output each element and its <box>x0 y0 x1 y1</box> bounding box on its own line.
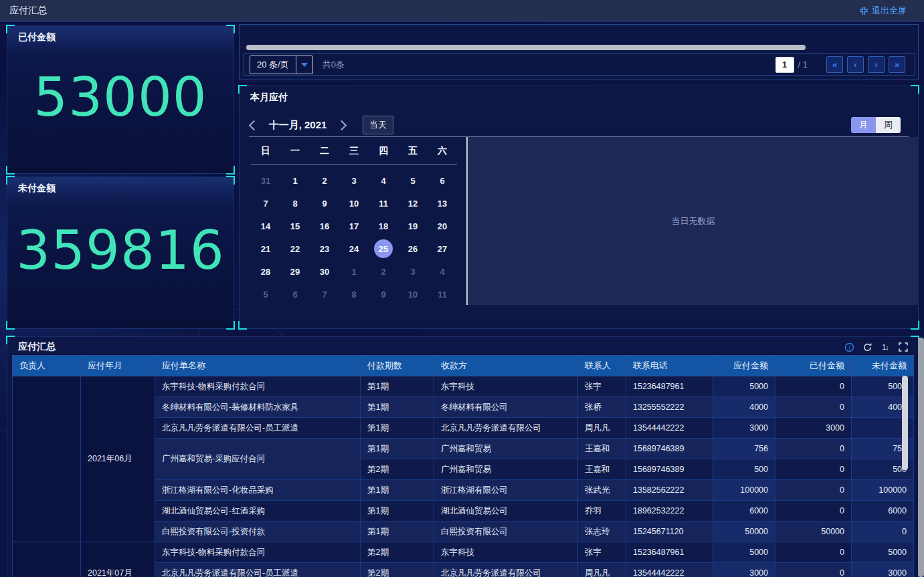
calendar-day[interactable]: 26 <box>398 237 428 260</box>
payable-amount-cell: 756 <box>713 439 775 459</box>
monthly-payable-panel: 本月应付 十一月, 2021 当天 月 周 日一二三四五六 3112345678… <box>239 86 919 329</box>
calendar-day[interactable]: 4 <box>369 169 398 192</box>
first-page-button[interactable]: « <box>826 56 843 73</box>
calendar-day[interactable]: 11 <box>369 192 398 215</box>
table-row[interactable]: 2021年06月东宇科技-物料采购付款合同第1期东宇科技张宇1523648796… <box>13 376 914 397</box>
calendar-day[interactable]: 9 <box>369 283 398 306</box>
calendar-day[interactable]: 27 <box>428 237 457 260</box>
column-header[interactable]: 应付年月 <box>81 356 155 376</box>
month-cell: 2021年07月 <box>81 542 155 577</box>
info-icon[interactable]: i <box>844 342 854 352</box>
calendar-day[interactable]: 24 <box>339 237 369 260</box>
calendar-day[interactable]: 17 <box>339 215 369 237</box>
calendar-day[interactable]: 4 <box>428 260 457 283</box>
column-header[interactable]: 应付单名称 <box>155 356 361 376</box>
calendar-day-number: 7 <box>315 285 334 304</box>
order-name-cell: 冬绅材料有限公司-装修材料防水家具 <box>155 397 361 418</box>
fullscreen-icon[interactable] <box>898 342 909 352</box>
paid-amount-cell: 0 <box>775 376 852 397</box>
calendar-day[interactable]: 3 <box>339 169 369 192</box>
calendar-day[interactable]: 30 <box>310 260 339 283</box>
prev-page-button[interactable]: ‹ <box>847 56 864 73</box>
calendar-day[interactable]: 19 <box>398 215 428 237</box>
table-row[interactable]: 2021年07月东宇科技-物料采购付款合同第2期东宇科技张宇1523648796… <box>13 542 914 563</box>
calendar-day-number: 3 <box>403 262 422 281</box>
calendar-day[interactable]: 8 <box>280 192 310 215</box>
period-cell: 第2期 <box>361 459 434 480</box>
sort-glyph: 1↓ <box>882 343 889 351</box>
calendar-day[interactable]: 3 <box>398 260 428 283</box>
column-header[interactable]: 负责人 <box>13 356 81 376</box>
toggle-month[interactable]: 月 <box>851 117 876 133</box>
horizontal-scrollbar-thumb[interactable] <box>246 45 806 50</box>
weekday-label: 一 <box>280 142 310 160</box>
calendar-day[interactable]: 12 <box>398 192 428 215</box>
calendar-day[interactable]: 8 <box>339 283 369 306</box>
owner-cell <box>13 542 81 577</box>
calendar-day[interactable]: 6 <box>428 169 457 192</box>
prev-month-icon[interactable] <box>249 120 260 130</box>
sort-icon[interactable]: 1↓ <box>880 342 891 352</box>
calendar-day[interactable]: 2 <box>369 260 398 283</box>
order-name-cell: 浙江格湖有限公司-化妆品采购 <box>155 480 361 501</box>
next-month-icon[interactable] <box>337 120 347 130</box>
calendar-day[interactable]: 1 <box>339 260 369 283</box>
calendar-day[interactable]: 2 <box>310 169 339 192</box>
period-cell: 第1期 <box>361 501 434 522</box>
table-scrollbar-thumb[interactable] <box>902 376 908 470</box>
column-header[interactable]: 联系人 <box>578 356 626 376</box>
calendar-day[interactable]: 15 <box>280 215 310 237</box>
calendar-day-number: 9 <box>374 285 393 304</box>
calendar-day[interactable]: 23 <box>310 237 339 260</box>
calendar-nav: 十一月, 2021 当天 <box>250 116 393 134</box>
column-header[interactable]: 未付金额 <box>852 356 914 376</box>
calendar-day[interactable]: 28 <box>251 260 280 283</box>
exit-fullscreen-button[interactable]: 退出全屏 <box>859 0 907 21</box>
today-button[interactable]: 当天 <box>363 116 393 134</box>
weekday-label: 日 <box>251 142 280 160</box>
last-page-button[interactable]: » <box>889 56 905 73</box>
calendar-day[interactable]: 25 <box>369 237 398 260</box>
calendar-day[interactable]: 20 <box>428 215 457 237</box>
column-header[interactable]: 付款期数 <box>361 356 434 376</box>
next-page-button[interactable]: › <box>868 56 885 73</box>
calendar-day[interactable]: 7 <box>251 192 280 215</box>
contact-cell: 乔羽 <box>578 501 626 522</box>
calendar-day[interactable]: 29 <box>280 260 310 283</box>
calendar-day[interactable]: 14 <box>251 215 280 237</box>
paid-amount-cell: 0 <box>775 542 852 563</box>
calendar-day[interactable]: 7 <box>310 283 339 306</box>
calendar-day-number: 22 <box>286 239 304 258</box>
calendar-day[interactable]: 5 <box>251 283 280 306</box>
calendar-day[interactable]: 9 <box>310 192 339 215</box>
column-header[interactable]: 联系电话 <box>626 356 713 376</box>
calendar-day[interactable]: 6 <box>280 283 310 306</box>
column-header[interactable]: 应付金额 <box>713 356 775 376</box>
calendar-day[interactable]: 13 <box>428 192 457 215</box>
page-number-input[interactable] <box>775 57 794 73</box>
unpaid-amount-value: 359816 <box>7 219 234 281</box>
toggle-week[interactable]: 周 <box>876 117 901 133</box>
calendar-day[interactable]: 31 <box>251 169 280 192</box>
page-size-select[interactable]: 20 条/页 <box>250 55 313 74</box>
calendar-day[interactable]: 21 <box>251 237 280 260</box>
period-cell: 第1期 <box>361 376 434 397</box>
contact-cell: 张桥 <box>578 397 626 418</box>
calendar-day[interactable]: 10 <box>398 283 428 306</box>
column-header[interactable]: 收款方 <box>434 356 578 376</box>
calendar-day[interactable]: 18 <box>369 215 398 237</box>
refresh-icon[interactable] <box>862 342 872 352</box>
column-header[interactable]: 已付金额 <box>775 356 852 376</box>
top-bar: 应付汇总 退出全屏 <box>0 0 924 22</box>
calendar-day-number: 30 <box>315 262 334 281</box>
calendar-day[interactable]: 5 <box>398 169 428 192</box>
payee-cell: 广州嘉和贸易 <box>434 439 578 459</box>
window-scrollbar-thumb[interactable] <box>918 338 924 577</box>
weekday-header-row: 日一二三四五六 <box>251 142 457 160</box>
calendar-day[interactable]: 1 <box>280 169 310 192</box>
calendar-day[interactable]: 22 <box>280 237 310 260</box>
calendar-day[interactable]: 11 <box>428 283 457 306</box>
calendar-day[interactable]: 10 <box>339 192 369 215</box>
phone-cell: 15245671120 <box>626 522 713 542</box>
calendar-day[interactable]: 16 <box>310 215 339 237</box>
